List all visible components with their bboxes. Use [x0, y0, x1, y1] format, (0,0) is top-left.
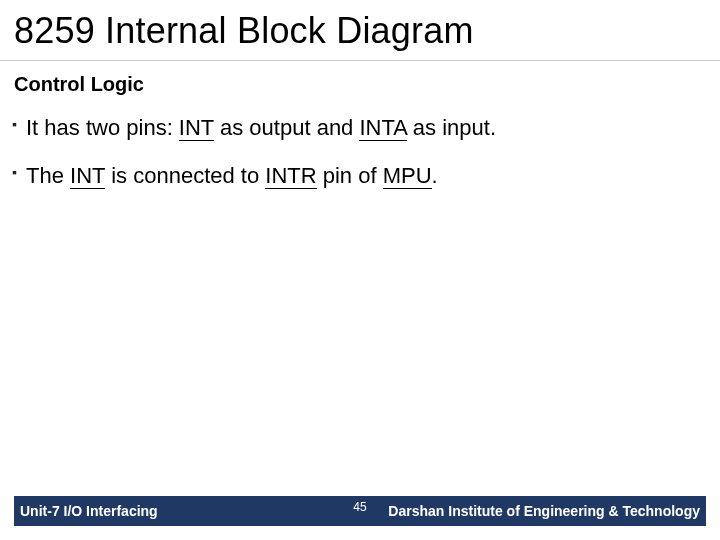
text-run: is connected to	[105, 163, 265, 188]
underlined-term: MPU	[383, 163, 432, 189]
section-subtitle: Control Logic	[0, 61, 720, 96]
list-item: It has two pins: INT as output and INTA …	[26, 114, 720, 162]
text-run: The	[26, 163, 70, 188]
footer-right: Darshan Institute of Engineering & Techn…	[388, 503, 706, 519]
text-run: pin of	[317, 163, 383, 188]
page-title: 8259 Internal Block Diagram	[0, 0, 720, 61]
text-run: as output and	[214, 115, 360, 140]
underlined-term: INT	[70, 163, 105, 189]
page-number: 45	[353, 500, 366, 514]
underlined-term: INTA	[359, 115, 406, 141]
text-run: It has two pins:	[26, 115, 179, 140]
list-item: The INT is connected to INTR pin of MPU.	[26, 162, 720, 210]
text-run: .	[432, 163, 438, 188]
footer-bar: Unit-7 I/O Interfacing Darshan Institute…	[14, 496, 706, 530]
bullet-list: It has two pins: INT as output and INTA …	[0, 96, 720, 209]
text-run: as input.	[407, 115, 496, 140]
footer-left: Unit-7 I/O Interfacing	[14, 503, 158, 519]
slide: 8259 Internal Block Diagram Control Logi…	[0, 0, 720, 540]
underlined-term: INT	[179, 115, 214, 141]
underlined-term: INTR	[265, 163, 316, 189]
